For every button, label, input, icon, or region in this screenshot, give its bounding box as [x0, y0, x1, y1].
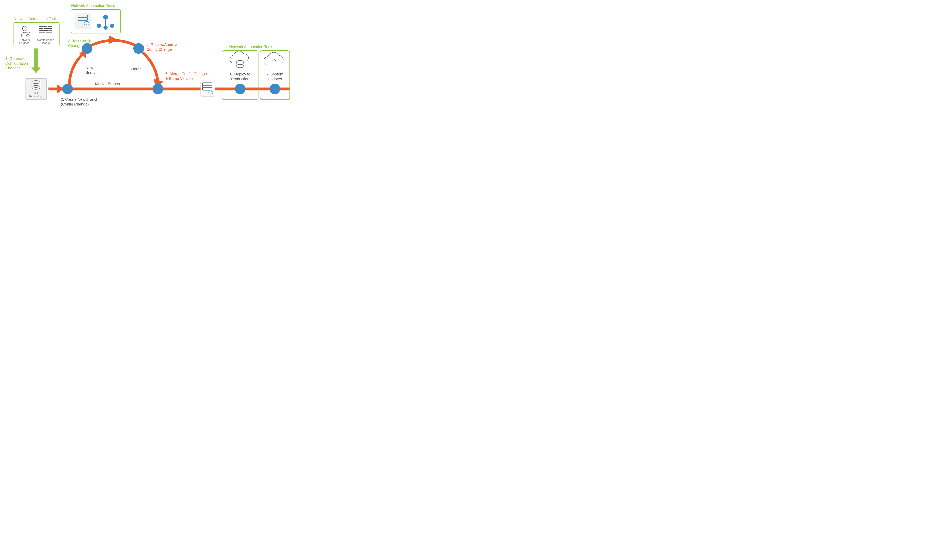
network-graph-icon: [97, 15, 114, 29]
step-2-label: 2. Create New Branch (Config Change): [61, 97, 99, 106]
tools-box-1-title: Network Automation Tools: [14, 17, 58, 21]
svg-point-22: [84, 22, 89, 26]
step-4-label: 4. Review/ApproveConfig Change: [146, 43, 179, 52]
arc-merge: [142, 52, 163, 89]
svg-point-1: [26, 32, 30, 36]
master-branch-label: Master Branch: [95, 82, 120, 86]
tools-box-3-title: Network Automation Tools: [229, 45, 273, 49]
cloud-upload-icon: [264, 52, 283, 66]
arrow-step1-down: [31, 48, 40, 73]
server-box-on-branch: [201, 81, 215, 96]
network-engineer-icon: [21, 26, 30, 37]
diagram-canvas: Network Automation Tools NetworkEngineer…: [0, 0, 292, 109]
network-engineer-caption: NetworkEngineer: [19, 38, 31, 45]
step-1-label: 1. Generate Configuration Changes: [5, 57, 29, 70]
master-branch-flow: [48, 85, 290, 93]
svg-marker-32: [108, 35, 118, 45]
step-6-node: [235, 84, 245, 94]
svg-rect-16: [48, 88, 290, 90]
svg-point-0: [22, 26, 27, 31]
merge-label: Merge: [131, 67, 142, 71]
svg-point-40: [236, 60, 244, 63]
step-6-label: 6. Deploy toProduction: [230, 72, 251, 81]
svg-marker-14: [31, 68, 40, 73]
svg-point-31: [110, 24, 114, 28]
arc-top: [91, 35, 135, 46]
svg-rect-13: [34, 48, 38, 68]
tools-box-2-title: Network Automation Tools: [71, 3, 115, 8]
config-change-icon: [39, 27, 52, 36]
svg-point-37: [209, 90, 213, 94]
svg-point-29: [97, 24, 101, 28]
step-7-node: [270, 84, 280, 94]
step-7-label: 7. SystemUpdates: [267, 72, 284, 81]
new-branch-label: NewBranch: [86, 66, 97, 74]
step-2-node: [62, 84, 73, 94]
cloud-database-icon: [230, 51, 248, 68]
step-5-node: [153, 84, 163, 94]
step-5-label: 5. Merge Config Change& Bump Version: [165, 72, 207, 81]
svg-point-28: [103, 15, 108, 19]
config-change-caption: ConfigurationChange: [37, 38, 54, 45]
svg-point-30: [104, 26, 108, 29]
